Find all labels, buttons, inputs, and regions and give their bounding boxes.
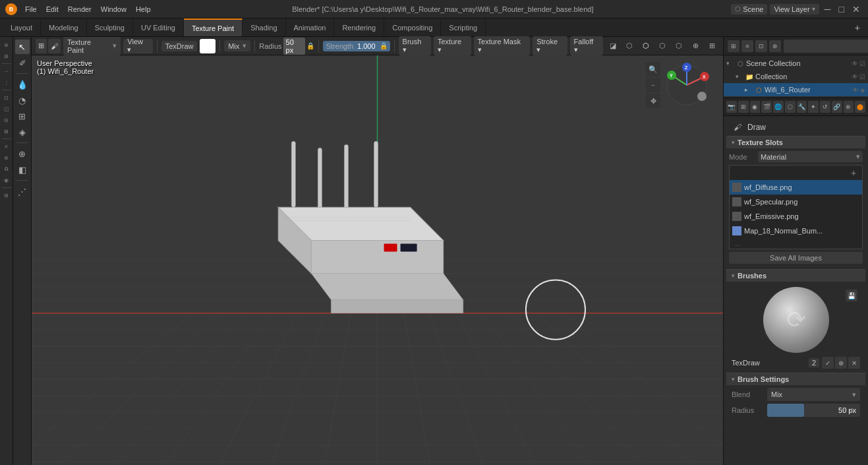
brush-selector[interactable]: Brush ▾ bbox=[399, 36, 431, 55]
brush-settings-header[interactable]: ▾ Brush Settings bbox=[726, 373, 865, 385]
xray-toggle[interactable]: ◪ bbox=[606, 39, 620, 53]
mode-icon-2[interactable]: ⊞ bbox=[1, 51, 12, 61]
3d-viewport[interactable]: User Perspective (1) Wifi_6_Router X Y bbox=[32, 55, 723, 465]
radius-lock-icon[interactable]: 🔒 bbox=[306, 42, 314, 49]
outliner-search-input[interactable] bbox=[784, 40, 868, 53]
save-all-images-btn[interactable]: Save All Images bbox=[729, 252, 863, 264]
minimize-btn[interactable]: ─ bbox=[822, 4, 834, 15]
brush-toggle-btn[interactable]: ✓ bbox=[822, 357, 834, 369]
prop-icon-output[interactable]: ⊞ bbox=[738, 101, 749, 113]
falloff-selector[interactable]: Falloff ▾ bbox=[570, 36, 603, 55]
radius-value[interactable]: 50 px bbox=[283, 38, 306, 55]
zoom-in-btn[interactable]: 🔍 bbox=[646, 62, 660, 77]
pan-btn[interactable]: ✥ bbox=[646, 94, 660, 108]
mode-icon-3[interactable]: ↔ bbox=[1, 66, 12, 77]
tab-compositing[interactable]: Compositing bbox=[384, 18, 441, 36]
prop-icon-physics[interactable]: ↺ bbox=[820, 101, 830, 113]
close-btn[interactable]: ✕ bbox=[850, 4, 863, 15]
tab-rendering[interactable]: Rendering bbox=[334, 18, 384, 36]
zoom-out-btn[interactable]: − bbox=[646, 78, 660, 92]
menu-window[interactable]: Window bbox=[97, 4, 130, 15]
prop-icon-constraints[interactable]: 🔗 bbox=[832, 101, 842, 113]
mode-icon-6[interactable]: ◫ bbox=[1, 104, 12, 114]
prop-icon-render[interactable]: 📷 bbox=[726, 101, 737, 113]
prop-icon-object[interactable]: ⬡ bbox=[785, 101, 796, 113]
brush-save-icon[interactable]: 💾 bbox=[846, 290, 857, 301]
add-slot-btn[interactable]: + bbox=[848, 167, 859, 179]
outliner-collection[interactable]: ▾ 📁 Collection 👁 ☑ bbox=[724, 70, 868, 83]
tool-mask[interactable]: ◧ bbox=[15, 162, 30, 177]
prop-icon-world[interactable]: 🌐 bbox=[773, 101, 784, 113]
tab-modeling[interactable]: Modeling bbox=[41, 18, 87, 36]
prop-icon-material[interactable]: ⬤ bbox=[855, 101, 865, 113]
tool-cursor[interactable]: ↖ bbox=[15, 40, 30, 54]
viewport-shading-material[interactable]: ⬡ bbox=[655, 39, 670, 53]
tool-texture[interactable]: ⊞ bbox=[15, 109, 30, 123]
tab-layout[interactable]: Layout bbox=[3, 18, 41, 36]
panel-icon-2[interactable]: ≡ bbox=[741, 40, 753, 52]
brushes-section-header[interactable]: ▾ Brushes bbox=[726, 269, 865, 282]
outliner-scene-collection[interactable]: ▾ ⬡ Scene Collection 👁 ☑ bbox=[724, 57, 868, 70]
visibility-icon[interactable]: 👁 bbox=[852, 60, 858, 67]
maximize-btn[interactable]: □ bbox=[836, 4, 847, 15]
texture-slot-2[interactable]: wf_Emissive.png bbox=[730, 209, 862, 224]
router-type-icon[interactable]: ◈ bbox=[860, 86, 865, 94]
mode-icon-9[interactable]: ≡ bbox=[1, 141, 12, 152]
viewport-mode-icon[interactable]: ⊞ bbox=[36, 39, 47, 53]
exclude-icon[interactable]: ☑ bbox=[859, 60, 865, 67]
texture-slot-3[interactable]: Map_18_Normal_Bum... bbox=[730, 224, 862, 238]
add-workspace-btn[interactable]: + bbox=[852, 22, 863, 33]
navigation-gizmo[interactable]: X Y Z bbox=[664, 62, 710, 108]
mode-icon-8[interactable]: ⊠ bbox=[1, 126, 12, 137]
strength-value[interactable]: 1.000 bbox=[355, 42, 378, 51]
viewport-shading-solid[interactable]: ⬡ bbox=[639, 39, 653, 53]
tab-animation[interactable]: Animation bbox=[286, 18, 335, 36]
prop-icon-scene[interactable]: 🎬 bbox=[761, 101, 772, 113]
tab-uv-editing[interactable]: UV Editing bbox=[133, 18, 184, 36]
panel-icon-1[interactable]: ⊞ bbox=[728, 40, 739, 52]
prop-icon-view[interactable]: ◉ bbox=[750, 101, 761, 113]
mode-selector[interactable]: Texture Paint ▾ bbox=[63, 37, 121, 55]
outliner-router-object[interactable]: ▸ ⬡ Wifi_6_Router 👁 ◈ bbox=[724, 83, 868, 96]
view-button[interactable]: View ▾ bbox=[123, 39, 152, 53]
brush-type-selector[interactable]: TexDraw bbox=[161, 41, 198, 51]
mode-icon-12[interactable]: ◉ bbox=[1, 175, 12, 185]
prop-icon-data[interactable]: ⊕ bbox=[844, 101, 854, 113]
engine-dropdown[interactable]: ⬡ Scene bbox=[731, 4, 767, 15]
viewport-overlays[interactable]: ⊕ bbox=[688, 39, 703, 53]
texture-slot-0[interactable]: wf_Diffuse.png bbox=[730, 180, 862, 195]
tab-scripting[interactable]: Scripting bbox=[441, 18, 486, 36]
collection-visibility-icon[interactable]: 👁 bbox=[852, 73, 858, 80]
brush-delete-btn[interactable]: ✕ bbox=[848, 357, 860, 369]
tab-sculpting[interactable]: Sculpting bbox=[87, 18, 133, 36]
router-visibility-icon[interactable]: 👁 bbox=[852, 86, 859, 94]
menu-render[interactable]: Render bbox=[64, 4, 96, 15]
tool-smear[interactable]: ◈ bbox=[15, 125, 30, 139]
collection-exclude-icon[interactable]: ☑ bbox=[859, 73, 865, 80]
viewport-shading-wire[interactable]: ⬡ bbox=[622, 39, 637, 53]
texture-mode-dropdown[interactable]: Material ▾ bbox=[758, 151, 863, 162]
strength-lock-icon[interactable]: 🔒 bbox=[380, 42, 388, 49]
brush-icon-btn[interactable]: 🖌 bbox=[48, 39, 61, 53]
blender-logo[interactable]: B bbox=[5, 3, 17, 15]
tool-clone[interactable]: ⊕ bbox=[15, 146, 30, 161]
stroke-selector[interactable]: Stroke ▾ bbox=[533, 36, 567, 55]
tool-dropper[interactable]: 💧 bbox=[15, 77, 30, 92]
texture-selector[interactable]: Texture ▾ bbox=[434, 36, 471, 55]
brush-copy-btn[interactable]: ⊕ bbox=[835, 357, 847, 369]
prop-icon-particles[interactable]: ✦ bbox=[808, 101, 819, 113]
tool-fill[interactable]: ◔ bbox=[15, 93, 30, 108]
menu-edit[interactable]: Edit bbox=[42, 4, 63, 15]
blend-mode-selector[interactable]: Mix ▾ bbox=[224, 40, 250, 51]
tool-annotate[interactable]: ✏ bbox=[12, 52, 32, 73]
radius-pressure-icon[interactable]: ⊕ bbox=[850, 407, 855, 414]
mode-icon-13[interactable]: ⊞ bbox=[1, 190, 12, 201]
menu-help[interactable]: Help bbox=[132, 4, 155, 15]
texture-slots-header[interactable]: ▾ Texture Slots bbox=[726, 136, 865, 148]
mode-icon-5[interactable]: ⊡ bbox=[1, 92, 12, 103]
texture-slot-1[interactable]: wf_Specular.png bbox=[730, 195, 862, 209]
blend-setting-dropdown[interactable]: Mix ▾ bbox=[767, 388, 860, 401]
menu-file[interactable]: File bbox=[21, 4, 41, 15]
tab-texture-paint[interactable]: Texture Paint bbox=[184, 18, 243, 36]
radius-value-bar[interactable]: 50 px ✏ ⊕ bbox=[767, 404, 860, 417]
